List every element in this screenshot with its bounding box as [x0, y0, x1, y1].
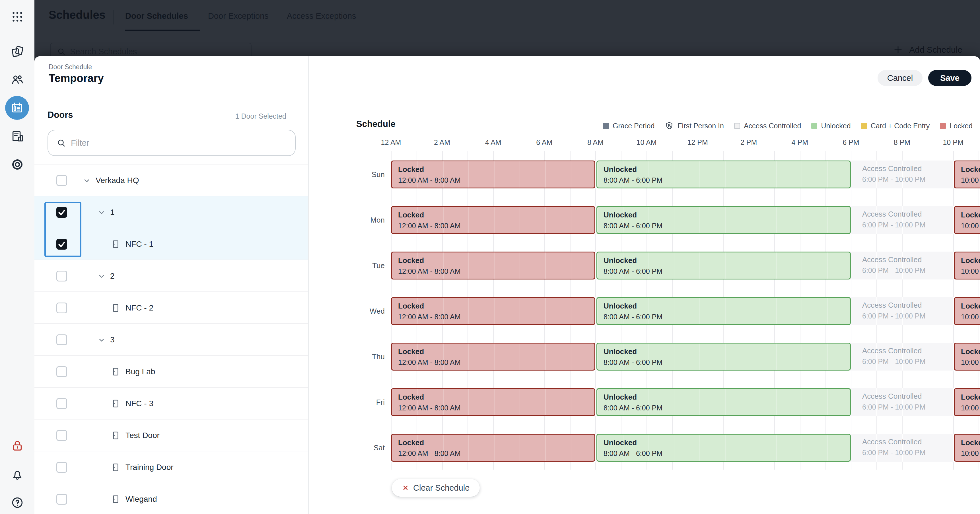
day-label: Thu [344, 343, 385, 371]
schedule-block-access-controlled[interactable]: Access Controlled 6:00 PM - 10:00 PM [856, 434, 956, 461]
door-tree-row[interactable]: NFC - 2 [35, 292, 308, 324]
first-person-in-shield-icon [665, 121, 674, 130]
block-state: Access Controlled [862, 392, 956, 401]
schedule-block-access-controlled[interactable]: Access Controlled 6:00 PM - 10:00 PM [856, 251, 956, 280]
time-axis-label: 6 AM [530, 138, 558, 146]
schedule-block-unlocked[interactable]: Unlocked 8:00 AM - 6:00 PM [597, 161, 851, 188]
schedule-block-locked[interactable]: Locked 12:00 AM - 8:00 AM [391, 251, 595, 280]
checkbox[interactable] [56, 494, 67, 504]
schedule-block-locked[interactable]: Locked 10:00 PM - 12:00 AM [954, 343, 980, 371]
schedule-block-access-controlled[interactable]: Access Controlled 6:00 PM - 10:00 PM [856, 388, 956, 416]
schedule-block-locked[interactable]: Locked 10:00 PM - 12:00 AM [954, 297, 980, 325]
door-icon [111, 431, 120, 440]
checkbox[interactable] [56, 207, 67, 218]
block-time: 10:00 PM - 12:00 AM [961, 404, 980, 412]
chevron-down-icon[interactable] [83, 177, 91, 185]
access-cards-icon[interactable] [11, 45, 24, 58]
door-tree-row[interactable]: Bug Lab [35, 356, 308, 388]
door-icon [111, 463, 120, 472]
checkbox[interactable] [56, 271, 67, 282]
schedule-block-unlocked[interactable]: Unlocked 8:00 AM - 6:00 PM [597, 434, 851, 461]
legend-label: Grace Period [612, 122, 654, 130]
checkbox[interactable] [56, 366, 67, 377]
block-state: Unlocked [603, 211, 850, 220]
schedule-block-access-controlled[interactable]: Access Controlled 6:00 PM - 10:00 PM [856, 206, 956, 234]
block-state: Access Controlled [862, 438, 956, 446]
door-tree-row[interactable]: Test Door [35, 420, 308, 451]
block-time: 6:00 PM - 10:00 PM [862, 221, 956, 229]
app-grid-icon[interactable] [11, 10, 24, 23]
schedule-block-access-controlled[interactable]: Access Controlled 6:00 PM - 10:00 PM [856, 297, 956, 325]
door-tree-row[interactable]: 2 [35, 260, 308, 292]
legend-label: First Person In [678, 122, 724, 130]
schedule-block-unlocked[interactable]: Unlocked 8:00 AM - 6:00 PM [597, 251, 851, 280]
schedule-block-unlocked[interactable]: Unlocked 8:00 AM - 6:00 PM [597, 388, 851, 416]
schedule-block-locked[interactable]: Locked 12:00 AM - 8:00 AM [391, 297, 595, 325]
door-tree-row[interactable]: Wiegand [35, 483, 308, 514]
schedule-block-unlocked[interactable]: Unlocked 8:00 AM - 6:00 PM [597, 206, 851, 234]
door-tree-row[interactable]: Verkada HQ [35, 164, 308, 196]
help-icon[interactable] [11, 496, 24, 509]
checkbox[interactable] [56, 302, 67, 313]
door-tree-row[interactable]: 3 [35, 324, 308, 356]
people-icon[interactable] [11, 73, 24, 86]
checkbox[interactable] [56, 334, 67, 345]
time-axis-label: 4 AM [479, 138, 508, 146]
schedule-day-row: Wed Locked 12:00 AM - 8:00 AM Unlocked 8… [391, 297, 980, 325]
schedule-block-locked[interactable]: Locked 12:00 AM - 8:00 AM [391, 161, 595, 188]
door-tree-row[interactable]: Training Door [35, 451, 308, 483]
bell-icon[interactable] [11, 468, 24, 481]
schedule-block-locked[interactable]: Locked 10:00 PM - 12:00 AM [954, 206, 980, 234]
schedule-block-locked[interactable]: Locked 10:00 PM - 12:00 AM [954, 251, 980, 280]
block-time: 8:00 AM - 6:00 PM [603, 358, 850, 367]
sidebar-item-schedules-active[interactable] [5, 96, 29, 120]
checkbox[interactable] [56, 430, 67, 441]
schedule-block-access-controlled[interactable]: Access Controlled 6:00 PM - 10:00 PM [856, 343, 956, 371]
clear-schedule-button[interactable]: Clear Schedule [392, 479, 480, 496]
schedule-block-locked[interactable]: Locked 12:00 AM - 8:00 AM [391, 434, 595, 461]
chevron-down-icon[interactable] [98, 208, 105, 216]
schedule-block-locked[interactable]: Locked 12:00 AM - 8:00 AM [391, 206, 595, 234]
schedule-block-locked[interactable]: Locked 12:00 AM - 8:00 AM [391, 388, 595, 416]
block-time: 6:00 PM - 10:00 PM [862, 449, 956, 457]
time-axis-label: 8 AM [581, 138, 609, 146]
doors-panel: Doors 1 Door Selected Verkada HQ 1 [35, 56, 309, 514]
legend-swatch [861, 123, 867, 129]
door-schedule-modal: Door Schedule Temporary Cancel Save Door… [35, 56, 980, 514]
door-tree-row[interactable]: NFC - 3 [35, 388, 308, 420]
schedule-block-locked[interactable]: Locked 10:00 PM - 12:00 AM [954, 388, 980, 416]
block-state: Locked [398, 347, 595, 356]
block-state: Unlocked [603, 393, 850, 402]
schedule-block-locked[interactable]: Locked 10:00 PM - 12:00 AM [954, 161, 980, 188]
schedule-block-locked[interactable]: Locked 10:00 PM - 12:00 AM [954, 434, 980, 461]
time-axis-label: 12 PM [684, 138, 712, 146]
tree-item-label: Verkada HQ [95, 164, 139, 196]
door-icon [111, 494, 120, 504]
checkbox[interactable] [56, 462, 67, 473]
block-time: 12:00 AM - 8:00 AM [398, 267, 595, 275]
tree-item-label: Wiegand [126, 483, 157, 514]
checkbox[interactable] [56, 398, 67, 409]
door-filter-input[interactable] [71, 138, 270, 148]
reports-icon[interactable] [11, 130, 24, 143]
door-tree-row[interactable]: NFC - 1 [35, 228, 308, 260]
block-state: Access Controlled [862, 255, 956, 264]
block-time: 10:00 PM - 12:00 AM [961, 267, 980, 275]
block-time: 12:00 AM - 8:00 AM [398, 404, 595, 412]
schedule-block-unlocked[interactable]: Unlocked 8:00 AM - 6:00 PM [597, 297, 851, 325]
gear-icon[interactable] [11, 158, 24, 171]
day-label: Fri [344, 388, 385, 416]
app-sidebar [0, 0, 35, 514]
chevron-down-icon[interactable] [98, 336, 105, 344]
schedule-block-access-controlled[interactable]: Access Controlled 6:00 PM - 10:00 PM [856, 161, 956, 188]
block-state: Unlocked [603, 302, 850, 310]
checkbox[interactable] [56, 175, 67, 186]
door-tree-row[interactable]: 1 [35, 196, 308, 228]
door-filter-box[interactable] [48, 130, 296, 156]
chevron-down-icon[interactable] [98, 272, 105, 280]
schedule-block-locked[interactable]: Locked 12:00 AM - 8:00 AM [391, 343, 595, 371]
day-label: Sun [344, 161, 385, 188]
checkbox[interactable] [56, 239, 67, 250]
lockdown-icon[interactable] [11, 439, 24, 452]
schedule-block-unlocked[interactable]: Unlocked 8:00 AM - 6:00 PM [597, 343, 851, 371]
